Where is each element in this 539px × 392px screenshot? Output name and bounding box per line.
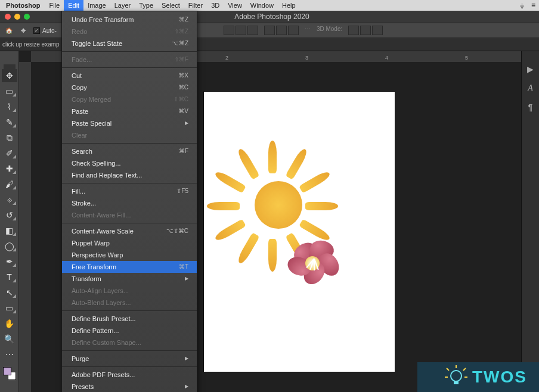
quick-select-tool[interactable]: ✎ bbox=[2, 116, 17, 129]
menu-item-free-transform[interactable]: Free Transform⌘T bbox=[62, 261, 197, 273]
3d-mode-buttons bbox=[348, 26, 383, 35]
menu-item-puppet-warp[interactable]: Puppet Warp bbox=[62, 237, 197, 249]
flower-graphic bbox=[287, 241, 341, 288]
menu-item-find-and-replace-text[interactable]: Find and Replace Text... bbox=[62, 169, 197, 181]
svg-point-0 bbox=[451, 371, 461, 381]
menu-file[interactable]: File bbox=[45, 0, 64, 11]
3d-button[interactable] bbox=[372, 26, 383, 35]
menu-item-redo: Redo⇧⌘Z bbox=[62, 26, 197, 38]
menu-item-paste-special[interactable]: Paste Special bbox=[62, 117, 197, 129]
distribute-button[interactable] bbox=[276, 26, 287, 35]
menu-item-cut[interactable]: Cut⌘X bbox=[62, 70, 197, 82]
distribute-button[interactable] bbox=[288, 26, 299, 35]
history-brush-tool[interactable]: ↺ bbox=[2, 209, 17, 222]
menu-type[interactable]: Type bbox=[135, 0, 157, 11]
menu-select[interactable]: Select bbox=[157, 0, 184, 11]
menu-item-perspective-warp[interactable]: Perspective Warp bbox=[62, 249, 197, 261]
tools-panel: ✥ ▭ ⌇ ✎ ⧉ ✐ ✚ 🖌 ⟐ ↺ ◧ ◯ ✒ T ↖ ▭ ✋ 🔍 ⋯ bbox=[0, 51, 19, 392]
menu-layer[interactable]: Layer bbox=[110, 0, 135, 11]
menu-item-undo-free-transform[interactable]: Undo Free Transform⌘Z bbox=[62, 14, 197, 26]
menu-image[interactable]: Image bbox=[83, 0, 110, 11]
pen-tool[interactable]: ✒ bbox=[2, 255, 17, 268]
auto-select-checkbox[interactable]: ✓ bbox=[33, 27, 40, 34]
menu-item-fill[interactable]: Fill...⇧F5 bbox=[62, 185, 197, 197]
system-menubar: Photoshop File Edit Image Layer Type Sel… bbox=[0, 0, 539, 11]
menu-item-auto-align-layers: Auto-Align Layers... bbox=[62, 285, 197, 297]
menu-window[interactable]: Window bbox=[246, 0, 278, 11]
3d-button[interactable] bbox=[360, 26, 371, 35]
menu-item-adobe-pdf-presets[interactable]: Adobe PDF Presets... bbox=[62, 369, 197, 381]
ruler-mark: 4 bbox=[385, 55, 388, 61]
menu-item-copy[interactable]: Copy⌘C bbox=[62, 82, 197, 94]
3d-button[interactable] bbox=[348, 26, 359, 35]
3d-mode-label: 3D Mode: bbox=[317, 26, 342, 35]
type-tool[interactable]: T bbox=[2, 270, 17, 284]
menu-view[interactable]: View bbox=[224, 0, 246, 11]
healing-tool[interactable]: ✚ bbox=[2, 162, 17, 175]
menu-item-toggle-last-state[interactable]: Toggle Last State⌥⌘Z bbox=[62, 38, 197, 49]
right-panels: ▶ A ¶ bbox=[521, 51, 539, 392]
shape-tool[interactable]: ▭ bbox=[2, 301, 17, 315]
ruler-vertical bbox=[19, 62, 31, 392]
menu-item-presets[interactable]: Presets bbox=[62, 381, 197, 392]
wifi-icon[interactable]: ⏚ bbox=[516, 1, 528, 10]
align-button[interactable] bbox=[247, 26, 258, 35]
zoom-tool[interactable]: 🔍 bbox=[2, 332, 17, 346]
align-button[interactable] bbox=[224, 26, 234, 35]
distribute-button[interactable] bbox=[264, 26, 275, 35]
app-name: Photoshop bbox=[1, 2, 45, 9]
menu-3d[interactable]: 3D bbox=[207, 0, 224, 11]
crop-tool[interactable]: ⧉ bbox=[2, 131, 17, 144]
options-more-icon[interactable]: ⋯ bbox=[305, 26, 311, 35]
align-buttons-group bbox=[224, 26, 258, 35]
paragraph-panel-icon[interactable]: ¶ bbox=[525, 101, 537, 113]
menu-item-check-spelling[interactable]: Check Spelling... bbox=[62, 157, 197, 169]
auto-select-label: Auto- bbox=[42, 27, 57, 34]
eyedropper-tool[interactable]: ✐ bbox=[2, 147, 17, 160]
menu-item-define-custom-shape: Define Custom Shape... bbox=[62, 337, 197, 349]
move-tool[interactable]: ✥ bbox=[2, 69, 17, 82]
home-icon[interactable]: 🏠 bbox=[5, 26, 13, 35]
menu-filter[interactable]: Filter bbox=[184, 0, 207, 11]
menu-item-clear: Clear bbox=[62, 129, 197, 141]
play-panel-icon[interactable]: ▶ bbox=[525, 63, 537, 75]
dodge-tool[interactable]: ◯ bbox=[2, 239, 17, 253]
menu-item-stroke[interactable]: Stroke... bbox=[62, 197, 197, 209]
svg-line-4 bbox=[463, 368, 466, 371]
svg-line-3 bbox=[447, 368, 449, 371]
distribute-buttons-group bbox=[264, 26, 299, 35]
menu-extras-icon[interactable]: ≡ bbox=[528, 1, 539, 10]
menu-item-search[interactable]: Search⌘F bbox=[62, 145, 197, 157]
menu-item-paste[interactable]: Paste⌘V bbox=[62, 105, 197, 117]
menu-help[interactable]: Help bbox=[278, 0, 300, 11]
move-tool-indicator-icon[interactable]: ✥ bbox=[19, 26, 27, 35]
document-tab[interactable]: click up resize examp bbox=[2, 41, 60, 48]
edit-toolbar-icon[interactable]: ⋯ bbox=[2, 348, 17, 361]
lasso-tool[interactable]: ⌇ bbox=[2, 100, 17, 113]
menu-item-transform[interactable]: Transform bbox=[62, 273, 197, 285]
color-swatch[interactable] bbox=[3, 367, 16, 380]
lightbulb-icon bbox=[446, 367, 466, 387]
menu-item-define-brush-preset[interactable]: Define Brush Preset... bbox=[62, 313, 197, 325]
menu-item-content-aware-scale[interactable]: Content-Aware Scale⌥⇧⌘C bbox=[62, 225, 197, 237]
brush-tool[interactable]: 🖌 bbox=[2, 178, 17, 191]
marquee-tool[interactable]: ▭ bbox=[2, 85, 17, 98]
menu-item-content-aware-fill: Content-Aware Fill... bbox=[62, 209, 197, 221]
clone-tool[interactable]: ⟐ bbox=[2, 193, 17, 206]
window-zoom-button[interactable] bbox=[24, 14, 30, 20]
gradient-tool[interactable]: ◧ bbox=[2, 224, 17, 237]
align-button[interactable] bbox=[236, 26, 246, 35]
ruler-mark: 5 bbox=[465, 55, 468, 61]
watermark-text: TWOS bbox=[472, 368, 527, 387]
menu-item-define-pattern[interactable]: Define Pattern... bbox=[62, 325, 197, 337]
menu-edit[interactable]: Edit bbox=[64, 0, 83, 11]
edit-menu-dropdown: Undo Free Transform⌘ZRedo⇧⌘ZToggle Last … bbox=[61, 11, 197, 392]
character-panel-icon[interactable]: A bbox=[525, 82, 537, 94]
window-minimize-button[interactable] bbox=[14, 14, 20, 20]
document-canvas[interactable] bbox=[204, 92, 395, 372]
hand-tool[interactable]: ✋ bbox=[2, 317, 17, 330]
path-select-tool[interactable]: ↖ bbox=[2, 286, 17, 299]
menu-item-auto-blend-layers: Auto-Blend Layers... bbox=[62, 297, 197, 309]
menu-item-purge[interactable]: Purge bbox=[62, 353, 197, 365]
window-close-button[interactable] bbox=[5, 14, 11, 20]
